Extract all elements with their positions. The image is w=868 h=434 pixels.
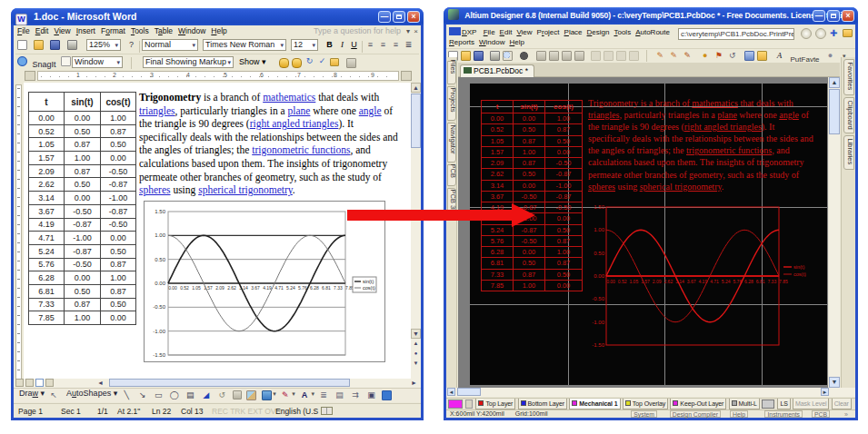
- svg-text:-1.00: -1.00: [592, 320, 604, 325]
- svg-text:0.52: 0.52: [618, 279, 627, 284]
- svg-text:0.50: 0.50: [594, 251, 604, 256]
- svg-text:6.28: 6.28: [744, 279, 753, 284]
- svg-text:2.62: 2.62: [663, 279, 673, 284]
- svg-text:cos(t): cos(t): [793, 271, 806, 277]
- svg-text:4.71: 4.71: [710, 279, 719, 284]
- svg-text:sin(t): sin(t): [793, 264, 804, 270]
- svg-text:1.05: 1.05: [629, 279, 638, 284]
- svg-text:-0.50: -0.50: [592, 296, 604, 301]
- svg-text:0.00: 0.00: [606, 279, 615, 284]
- svg-text:3.67: 3.67: [687, 279, 696, 284]
- svg-text:1.50: 1.50: [594, 205, 604, 210]
- svg-text:1.00: 1.00: [594, 227, 604, 232]
- svg-text:6.81: 6.81: [756, 279, 765, 284]
- svg-text:7.33: 7.33: [767, 279, 776, 284]
- svg-text:0.00: 0.00: [594, 273, 604, 279]
- svg-text:-1.50: -1.50: [592, 342, 604, 348]
- svg-text:5.24: 5.24: [722, 279, 731, 284]
- svg-text:7.85: 7.85: [779, 279, 788, 284]
- svg-text:2.09: 2.09: [653, 279, 662, 284]
